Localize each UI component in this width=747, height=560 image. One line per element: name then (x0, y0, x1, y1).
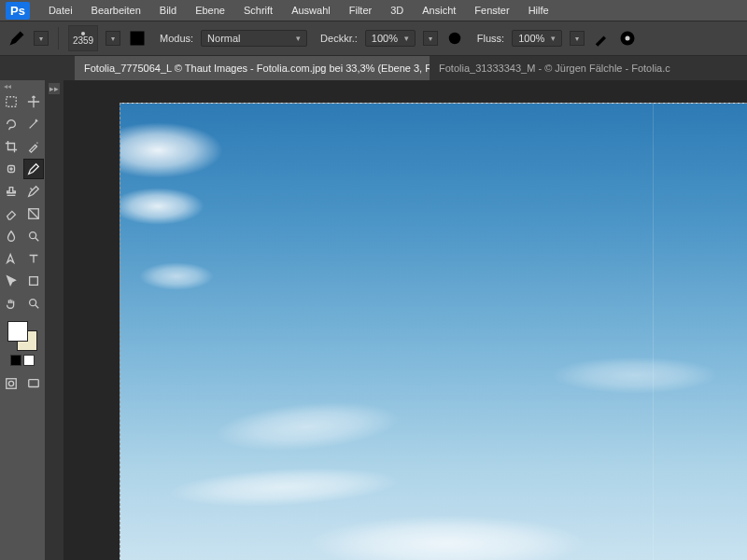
tab-inactive[interactable]: Fotolia_31333343_M - © Jürgen Fälchle - … (430, 56, 680, 80)
flow-flyout[interactable]: ▾ (570, 31, 585, 46)
hand-tool[interactable] (1, 293, 21, 314)
eraser-tool[interactable] (1, 203, 21, 224)
mode-label: Modus: (160, 33, 193, 44)
canvas[interactable] (120, 103, 747, 560)
crop-tool[interactable] (1, 136, 21, 157)
image-content (120, 122, 223, 178)
menu-datei[interactable]: Datei (39, 1, 82, 20)
quickmask-tool[interactable] (1, 373, 21, 394)
menu-fenster[interactable]: Fenster (465, 1, 518, 20)
tab-inactive-title: Fotolia_31333343_M - © Jürgen Fälchle - … (439, 63, 670, 74)
options-bar: ▾ 2359 ▾ Modus: Normal Deckkr.: 100% ▾ F… (0, 21, 747, 56)
brush-dropdown[interactable]: ▾ (106, 31, 120, 46)
svg-rect-8 (30, 277, 38, 286)
foreground-color[interactable] (7, 321, 28, 342)
brush-tool[interactable] (23, 159, 44, 179)
gradient-tool[interactable] (23, 203, 44, 224)
toolbox: ◂◂ (0, 80, 45, 560)
brush-tool-icon[interactable] (7, 29, 26, 48)
menubar: Ps Datei Bearbeiten Bild Ebene Schrift A… (0, 0, 747, 21)
menu-ansicht[interactable]: Ansicht (413, 1, 465, 20)
eyedropper-tool[interactable] (23, 136, 44, 157)
healing-tool[interactable] (1, 159, 21, 179)
menu-ebene[interactable]: Ebene (186, 1, 234, 20)
tool-preset-dropdown[interactable]: ▾ (34, 31, 49, 46)
type-tool[interactable] (23, 248, 44, 269)
toolbox-collapse-icon[interactable]: ◂◂ (0, 82, 45, 91)
document-tabs: Fotolia_7775064_L © Thaut Images - Fotol… (0, 56, 747, 80)
svg-point-9 (30, 300, 36, 306)
svg-point-7 (30, 232, 36, 239)
zoom-tool[interactable] (23, 293, 44, 314)
brush-preview[interactable]: 2359 (68, 25, 98, 51)
app-logo: Ps (6, 2, 30, 20)
stamp-tool[interactable] (1, 181, 21, 202)
opacity-flyout[interactable]: ▾ (423, 31, 438, 46)
flow-label: Fluss: (477, 33, 504, 44)
svg-rect-0 (131, 32, 145, 46)
gutter-toggle-icon[interactable]: ▸▸ (48, 82, 61, 95)
path-select-tool[interactable] (1, 271, 21, 291)
menu-bild[interactable]: Bild (150, 1, 186, 20)
brush-panel-icon[interactable] (128, 29, 147, 48)
svg-point-1 (449, 33, 461, 45)
wand-tool[interactable] (23, 114, 44, 134)
menu-filter[interactable]: Filter (340, 1, 381, 20)
screenmode-tool[interactable] (23, 373, 44, 394)
flow-dropdown[interactable]: 100% (512, 30, 562, 47)
menu-hilfe[interactable]: Hilfe (519, 1, 558, 20)
color-swatches[interactable] (7, 321, 37, 351)
marquee-tool[interactable] (1, 91, 21, 112)
svg-rect-4 (7, 97, 17, 107)
tab-active[interactable]: Fotolia_7775064_L © Thaut Images - Fotol… (75, 56, 430, 80)
airbrush-icon[interactable] (592, 29, 611, 48)
svg-rect-10 (7, 379, 17, 389)
menu-3d[interactable]: 3D (381, 1, 413, 20)
canvas-area: ▸▸ (45, 80, 747, 560)
main-area: ◂◂ (0, 80, 747, 560)
svg-point-3 (626, 36, 630, 41)
tab-active-title: Fotolia_7775064_L © Thaut Images - Fotol… (84, 63, 430, 74)
pressure-size-icon[interactable] (618, 29, 637, 48)
mode-dropdown[interactable]: Normal (201, 30, 307, 47)
pen-tool[interactable] (1, 248, 21, 269)
opacity-label: Deckkr.: (320, 33, 358, 44)
svg-point-11 (8, 381, 13, 385)
menu-bearbeiten[interactable]: Bearbeiten (82, 1, 150, 20)
blur-tool[interactable] (1, 226, 21, 246)
panel-gutter[interactable]: ▸▸ (45, 80, 63, 560)
menu-schrift[interactable]: Schrift (234, 1, 282, 20)
menu-auswahl[interactable]: Auswahl (282, 1, 340, 20)
svg-rect-12 (29, 380, 39, 387)
shape-tool[interactable] (23, 271, 44, 291)
dodge-tool[interactable] (23, 226, 44, 246)
lasso-tool[interactable] (1, 114, 21, 134)
pressure-opacity-icon[interactable] (445, 29, 464, 48)
history-brush-tool[interactable] (23, 181, 44, 202)
brush-size-value: 2359 (73, 35, 93, 46)
default-colors-icon[interactable] (10, 355, 35, 366)
opacity-dropdown[interactable]: 100% (365, 30, 416, 47)
move-tool[interactable] (23, 91, 44, 112)
